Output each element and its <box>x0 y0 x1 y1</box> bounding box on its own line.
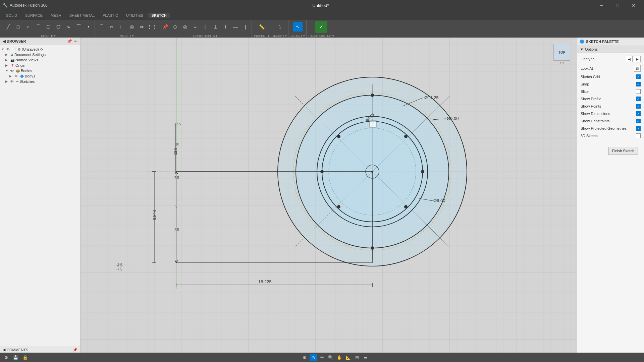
tree-item-origin[interactable]: ▶ 📍 Origin <box>0 63 80 68</box>
palette-row-show-dimensions: Show Dimensions <box>577 110 644 117</box>
palette-title: SKETCH PALETTE <box>586 40 619 44</box>
finish-sketch-toolbar-button[interactable]: ✓ <box>315 21 327 33</box>
settings-icon[interactable]: ⚙ <box>3 354 10 361</box>
toolbar-group-inspect: 📏 INSPECT ▾ <box>253 20 271 38</box>
linetype-label: Linetype <box>581 57 595 61</box>
linetype-next-icon[interactable]: ▶ <box>634 56 641 62</box>
view-cube[interactable]: TOP X Y <box>550 41 574 68</box>
select-filter-icon[interactable]: 🖱 <box>310 354 317 361</box>
tree-item-doc-settings[interactable]: ▶ ⚙ Document Settings <box>0 52 80 57</box>
tool-parallel[interactable]: ∥ <box>201 22 210 32</box>
tool-perp[interactable]: ⊥ <box>211 22 220 32</box>
tool-tangent[interactable]: ⌇ <box>221 22 230 32</box>
finish-sketch-button[interactable]: Finish Sketch <box>608 147 638 155</box>
browser-pin-icon[interactable]: 📌 <box>67 39 72 44</box>
tool-slot[interactable]: ⎔ <box>54 22 63 32</box>
comments-pin-icon[interactable]: 📌 <box>73 348 77 352</box>
comments-collapse-icon[interactable]: ◀ <box>3 348 5 352</box>
maximize-button[interactable]: □ <box>610 0 625 11</box>
expand-icon-sketches[interactable]: ▶ <box>5 80 9 83</box>
sketch-grid-checkbox[interactable] <box>636 74 641 79</box>
tree-item-unsaved[interactable]: ▼ 👁 📄 ⚙ (Unsaved) ⟳ <box>0 47 80 52</box>
pan-icon[interactable]: ✋ <box>336 354 343 361</box>
tab-sketch[interactable]: SKETCH <box>148 13 170 18</box>
tool-fix[interactable]: 📌 <box>160 22 170 32</box>
select-label: SELECT ▾ <box>290 34 305 38</box>
expand-icon-views[interactable]: ▶ <box>5 58 9 62</box>
orbit-icon[interactable]: ⚙ <box>301 354 308 361</box>
tool-extend[interactable]: ⊢ <box>117 22 126 32</box>
tab-solid[interactable]: SOLID <box>3 13 20 18</box>
show-projected-checkbox[interactable] <box>636 126 641 131</box>
show-dimensions-label: Show Dimensions <box>581 112 610 116</box>
svg-point-27 <box>404 205 408 208</box>
tool-mirror[interactable]: ⇔ <box>137 22 147 32</box>
canvas-area[interactable]: Ø11.25 Ø9.00 Ø6.00 Ø4.15 18.225 8.848 12… <box>80 38 577 353</box>
tool-measure[interactable]: 📏 <box>257 22 266 32</box>
3d-sketch-checkbox[interactable] <box>636 133 641 138</box>
tool-rect[interactable]: □ <box>13 22 23 32</box>
save-icon[interactable]: 💾 <box>12 354 19 361</box>
browser-collapse-icon[interactable]: ◀ <box>3 39 5 44</box>
expand-icon-origin[interactable]: ▶ <box>5 64 9 67</box>
tool-fillet[interactable]: ⌒ <box>97 22 106 32</box>
tree-item-sketches[interactable]: ▶ 👁 ✏ Sketches <box>0 79 80 84</box>
app-name: Autodesk Fusion 360 <box>10 3 48 8</box>
view-cube-label[interactable]: TOP <box>553 44 570 61</box>
sketch-grid-label: Sketch Grid <box>581 75 600 79</box>
show-dimensions-checkbox[interactable] <box>636 111 641 116</box>
palette-row-3d-sketch: 3D Sketch <box>577 132 644 139</box>
tool-coincident[interactable]: ⊙ <box>170 22 180 32</box>
tool-point[interactable]: • <box>84 22 93 32</box>
expand-icon-bodies[interactable]: ▼ <box>5 69 9 72</box>
look-at-button[interactable]: ⊡ <box>634 65 641 72</box>
close-button[interactable]: ✕ <box>626 0 641 11</box>
tab-surface[interactable]: SURFACE <box>22 13 46 18</box>
bottom-toolbar: ⚙ 💾 🔒 ⚙ 🖱 👁 🔍 ✋ 📐 ⊞ ☰ <box>0 353 644 362</box>
tool-vertical[interactable]: | <box>241 22 250 32</box>
tree-item-bodies[interactable]: ▼ 👁 📦 Bodies <box>0 68 80 73</box>
zoom-icon[interactable]: 🔍 <box>327 354 334 361</box>
expand-icon-body1[interactable]: ▶ <box>9 74 13 78</box>
tool-conic[interactable]: ⁀ <box>74 22 83 32</box>
tool-insert[interactable]: ⤵ <box>275 22 285 32</box>
grid-icon[interactable]: ⊞ <box>353 354 361 361</box>
tree-item-body1[interactable]: ▶ 👁 🔷 Body1 <box>0 73 80 79</box>
display-mode-icon[interactable]: ☰ <box>362 354 369 361</box>
tool-concentric[interactable]: ◎ <box>180 22 190 32</box>
tool-trim[interactable]: ✂ <box>107 22 116 32</box>
tool-spline[interactable]: ∿ <box>64 22 73 32</box>
browser-tree: ▼ 👁 📄 ⚙ (Unsaved) ⟳ ▶ ⚙ Document Setting… <box>0 45 80 347</box>
tree-item-named-views[interactable]: ▶ 📷 Named Views <box>0 57 80 63</box>
expand-icon[interactable]: ▼ <box>1 48 5 51</box>
tab-sheet-metal[interactable]: SHEET METAL <box>66 13 98 18</box>
tool-equal[interactable]: = <box>191 22 200 32</box>
minimize-button[interactable]: − <box>594 0 609 11</box>
tool-select[interactable]: ↖ <box>293 22 303 32</box>
snap-checkbox[interactable] <box>636 82 641 86</box>
palette-section[interactable]: ▼ Options <box>577 46 644 53</box>
show-points-checkbox[interactable] <box>636 104 641 109</box>
tab-plastic[interactable]: PLASTIC <box>99 13 121 18</box>
tool-offset[interactable]: ◎ <box>127 22 137 32</box>
tool-arc[interactable]: ⌒ <box>34 22 43 32</box>
tool-horizontal[interactable]: — <box>231 22 240 32</box>
expand-icon-doc[interactable]: ▶ <box>5 53 9 56</box>
lock-icon[interactable]: 🔒 <box>21 354 29 361</box>
tab-utilities[interactable]: UTILITIES <box>123 13 147 18</box>
browser-more-icon[interactable]: ⋯ <box>73 39 77 44</box>
show-profile-checkbox[interactable] <box>636 97 641 101</box>
slice-checkbox[interactable] <box>636 89 641 94</box>
svg-text:-7.5: -7.5 <box>117 263 123 267</box>
linetype-prev-icon[interactable]: ◀ <box>626 56 633 62</box>
look-icon[interactable]: 👁 <box>318 354 326 361</box>
tool-line[interactable]: ╱ <box>3 22 13 32</box>
palette-header: SKETCH PALETTE <box>577 38 644 46</box>
tool-circle[interactable]: ○ <box>23 22 33 32</box>
show-constraints-checkbox[interactable] <box>636 119 641 123</box>
tab-mesh[interactable]: MESH <box>47 13 65 18</box>
tree-label-doc-settings: Document Settings <box>14 53 46 57</box>
display-settings-icon[interactable]: 📐 <box>344 354 352 361</box>
tool-polygon[interactable]: ⬡ <box>44 22 53 32</box>
tool-pattern[interactable]: ⋮⋮ <box>147 22 157 32</box>
